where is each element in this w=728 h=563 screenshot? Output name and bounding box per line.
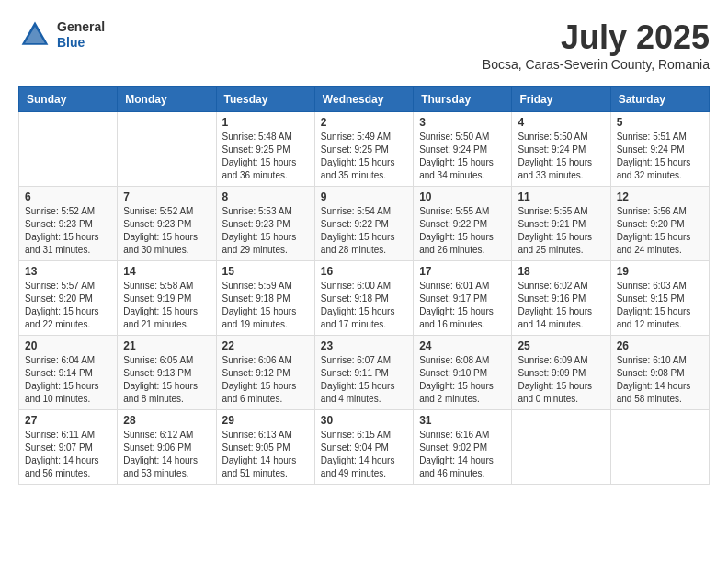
calendar-header-friday: Friday	[512, 87, 610, 112]
day-info: Sunrise: 6:12 AM Sunset: 9:06 PM Dayligh…	[123, 429, 210, 480]
day-number: 26	[617, 339, 703, 352]
day-info: Sunrise: 5:50 AM Sunset: 9:24 PM Dayligh…	[518, 131, 604, 182]
calendar-cell: 27Sunrise: 6:11 AM Sunset: 9:07 PM Dayli…	[19, 410, 118, 485]
calendar-cell: 20Sunrise: 6:04 AM Sunset: 9:14 PM Dayli…	[19, 336, 118, 410]
day-number: 2	[321, 116, 407, 129]
day-info: Sunrise: 5:58 AM Sunset: 9:19 PM Dayligh…	[123, 280, 210, 331]
day-number: 19	[617, 265, 703, 278]
day-number: 22	[222, 339, 309, 352]
calendar-cell: 14Sunrise: 5:58 AM Sunset: 9:19 PM Dayli…	[118, 261, 216, 336]
day-number: 29	[222, 414, 309, 427]
calendar-cell: 19Sunrise: 6:03 AM Sunset: 9:15 PM Dayli…	[610, 261, 709, 336]
day-number: 6	[25, 190, 111, 203]
day-info: Sunrise: 6:13 AM Sunset: 9:05 PM Dayligh…	[222, 429, 309, 480]
calendar-cell: 1Sunrise: 5:48 AM Sunset: 9:25 PM Daylig…	[216, 112, 314, 187]
day-number: 3	[419, 116, 506, 129]
calendar-cell: 8Sunrise: 5:53 AM Sunset: 9:23 PM Daylig…	[216, 187, 314, 261]
location-text: Bocsa, Caras-Severin County, Romania	[483, 57, 710, 72]
day-number: 28	[123, 414, 210, 427]
calendar-cell: 4Sunrise: 5:50 AM Sunset: 9:24 PM Daylig…	[512, 112, 610, 187]
day-number: 4	[518, 116, 604, 129]
calendar-cell: 7Sunrise: 5:52 AM Sunset: 9:23 PM Daylig…	[118, 187, 216, 261]
day-number: 18	[518, 265, 604, 278]
month-title: July 2025	[483, 18, 710, 57]
day-info: Sunrise: 5:59 AM Sunset: 9:18 PM Dayligh…	[222, 280, 309, 331]
day-number: 14	[123, 265, 210, 278]
day-info: Sunrise: 6:08 AM Sunset: 9:10 PM Dayligh…	[419, 354, 506, 406]
calendar-cell	[512, 410, 610, 485]
calendar-cell: 18Sunrise: 6:02 AM Sunset: 9:16 PM Dayli…	[512, 261, 610, 336]
calendar-cell: 5Sunrise: 5:51 AM Sunset: 9:24 PM Daylig…	[610, 112, 709, 187]
day-info: Sunrise: 6:01 AM Sunset: 9:17 PM Dayligh…	[419, 280, 506, 331]
calendar-cell: 30Sunrise: 6:15 AM Sunset: 9:04 PM Dayli…	[314, 410, 413, 485]
day-number: 23	[321, 339, 407, 352]
calendar-cell: 6Sunrise: 5:52 AM Sunset: 9:23 PM Daylig…	[19, 187, 118, 261]
title-block: July 2025 Bocsa, Caras-Severin County, R…	[483, 18, 710, 72]
day-info: Sunrise: 5:53 AM Sunset: 9:23 PM Dayligh…	[222, 205, 309, 257]
calendar-week-row: 20Sunrise: 6:04 AM Sunset: 9:14 PM Dayli…	[19, 336, 710, 410]
day-info: Sunrise: 6:09 AM Sunset: 9:09 PM Dayligh…	[518, 354, 604, 406]
day-number: 24	[419, 339, 506, 352]
day-info: Sunrise: 6:10 AM Sunset: 9:08 PM Dayligh…	[617, 354, 703, 406]
day-info: Sunrise: 5:52 AM Sunset: 9:23 PM Dayligh…	[25, 205, 111, 257]
logo-general-text: General	[57, 19, 105, 35]
calendar-header-monday: Monday	[118, 87, 216, 112]
day-number: 1	[222, 116, 309, 129]
calendar-cell	[610, 410, 709, 485]
calendar-header-thursday: Thursday	[414, 87, 512, 112]
page-header: General Blue July 2025 Bocsa, Caras-Seve…	[18, 18, 710, 72]
day-info: Sunrise: 6:03 AM Sunset: 9:15 PM Dayligh…	[617, 280, 703, 331]
day-info: Sunrise: 5:55 AM Sunset: 9:22 PM Dayligh…	[419, 205, 506, 257]
day-number: 16	[321, 265, 407, 278]
calendar-cell: 21Sunrise: 6:05 AM Sunset: 9:13 PM Dayli…	[118, 336, 216, 410]
day-info: Sunrise: 5:54 AM Sunset: 9:22 PM Dayligh…	[321, 205, 407, 257]
day-info: Sunrise: 6:16 AM Sunset: 9:02 PM Dayligh…	[419, 429, 506, 480]
calendar-header-saturday: Saturday	[610, 87, 709, 112]
day-number: 9	[321, 190, 407, 203]
day-info: Sunrise: 5:57 AM Sunset: 9:20 PM Dayligh…	[25, 280, 111, 331]
calendar-header-tuesday: Tuesday	[216, 87, 314, 112]
day-info: Sunrise: 6:00 AM Sunset: 9:18 PM Dayligh…	[321, 280, 407, 331]
calendar-cell: 13Sunrise: 5:57 AM Sunset: 9:20 PM Dayli…	[19, 261, 118, 336]
calendar-cell: 9Sunrise: 5:54 AM Sunset: 9:22 PM Daylig…	[314, 187, 413, 261]
day-info: Sunrise: 6:04 AM Sunset: 9:14 PM Dayligh…	[25, 354, 111, 406]
logo-blue-text: Blue	[57, 35, 105, 51]
calendar-cell	[118, 112, 216, 187]
day-info: Sunrise: 5:56 AM Sunset: 9:20 PM Dayligh…	[617, 205, 703, 257]
calendar-cell: 31Sunrise: 6:16 AM Sunset: 9:02 PM Dayli…	[414, 410, 512, 485]
day-info: Sunrise: 6:07 AM Sunset: 9:11 PM Dayligh…	[321, 354, 407, 406]
calendar-cell: 24Sunrise: 6:08 AM Sunset: 9:10 PM Dayli…	[414, 336, 512, 410]
day-number: 12	[617, 190, 703, 203]
day-number: 20	[25, 339, 111, 352]
day-number: 11	[518, 190, 604, 203]
calendar-cell: 12Sunrise: 5:56 AM Sunset: 9:20 PM Dayli…	[610, 187, 709, 261]
calendar-header-wednesday: Wednesday	[314, 87, 413, 112]
day-info: Sunrise: 5:51 AM Sunset: 9:24 PM Dayligh…	[617, 131, 703, 182]
calendar-cell: 22Sunrise: 6:06 AM Sunset: 9:12 PM Dayli…	[216, 336, 314, 410]
calendar-cell: 10Sunrise: 5:55 AM Sunset: 9:22 PM Dayli…	[414, 187, 512, 261]
day-info: Sunrise: 5:50 AM Sunset: 9:24 PM Dayligh…	[419, 131, 506, 182]
calendar-header-row: SundayMondayTuesdayWednesdayThursdayFrid…	[19, 87, 710, 112]
calendar-cell: 11Sunrise: 5:55 AM Sunset: 9:21 PM Dayli…	[512, 187, 610, 261]
day-number: 31	[419, 414, 506, 427]
calendar-cell: 15Sunrise: 5:59 AM Sunset: 9:18 PM Dayli…	[216, 261, 314, 336]
day-number: 27	[25, 414, 111, 427]
day-number: 13	[25, 265, 111, 278]
day-number: 7	[123, 190, 210, 203]
calendar-cell: 28Sunrise: 6:12 AM Sunset: 9:06 PM Dayli…	[118, 410, 216, 485]
day-info: Sunrise: 6:11 AM Sunset: 9:07 PM Dayligh…	[25, 429, 111, 480]
calendar-cell: 26Sunrise: 6:10 AM Sunset: 9:08 PM Dayli…	[610, 336, 709, 410]
day-number: 8	[222, 190, 309, 203]
calendar-week-row: 13Sunrise: 5:57 AM Sunset: 9:20 PM Dayli…	[19, 261, 710, 336]
day-info: Sunrise: 6:06 AM Sunset: 9:12 PM Dayligh…	[222, 354, 309, 406]
calendar-week-row: 6Sunrise: 5:52 AM Sunset: 9:23 PM Daylig…	[19, 187, 710, 261]
logo: General Blue	[18, 18, 105, 52]
day-info: Sunrise: 5:52 AM Sunset: 9:23 PM Dayligh…	[123, 205, 210, 257]
calendar-cell: 23Sunrise: 6:07 AM Sunset: 9:11 PM Dayli…	[314, 336, 413, 410]
calendar-cell: 2Sunrise: 5:49 AM Sunset: 9:25 PM Daylig…	[314, 112, 413, 187]
calendar-cell: 3Sunrise: 5:50 AM Sunset: 9:24 PM Daylig…	[414, 112, 512, 187]
day-number: 30	[321, 414, 407, 427]
day-number: 25	[518, 339, 604, 352]
day-number: 21	[123, 339, 210, 352]
day-info: Sunrise: 5:49 AM Sunset: 9:25 PM Dayligh…	[321, 131, 407, 182]
